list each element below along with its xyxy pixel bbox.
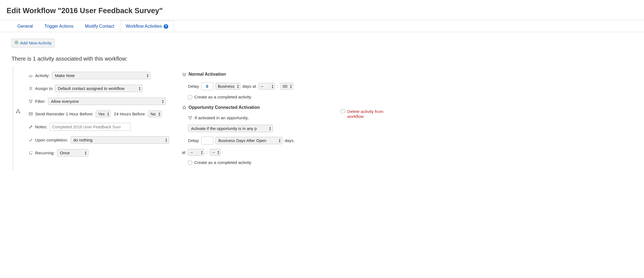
opp-minute-value: --: [212, 150, 215, 155]
add-new-activity-label: Add New Activity: [20, 41, 52, 46]
chevron-updown-icon: ▴▾: [85, 151, 86, 155]
opp-completed-checkbox[interactable]: [188, 161, 192, 165]
filter-select[interactable]: Allow everyone ▴▾: [48, 98, 166, 105]
assign-to-label: Assign to: [35, 86, 53, 91]
activity-tree-handle: [13, 71, 23, 114]
notes-label: Notes:: [35, 124, 47, 129]
normal-hour-value: --: [261, 84, 264, 89]
filter-icon: [29, 99, 33, 104]
opp-colon: :: [206, 150, 207, 155]
reminder-1hr-select[interactable]: Yes ▴▾: [96, 110, 110, 117]
alarm-icon: [182, 72, 186, 76]
normal-hour-select[interactable]: -- ▴▾: [258, 83, 275, 90]
checkmark-icon: [29, 138, 33, 142]
activity-count-text: There is 1 activity associated with this…: [12, 56, 637, 62]
chevron-updown-icon: ▴▾: [279, 138, 280, 143]
normal-activation-header: Normal Activation: [182, 72, 335, 77]
person-icon: [29, 86, 33, 91]
notes-input[interactable]: [50, 123, 130, 131]
tab-modify-contact[interactable]: Modify Contact: [79, 21, 120, 32]
activity-icon: [29, 73, 33, 78]
normal-daytype-value: Business: [218, 84, 235, 89]
tree-icon: [16, 109, 20, 114]
chevron-updown-icon: ▴▾: [218, 150, 219, 155]
activity-right-column: Normal Activation Delay Business ▴▾ days…: [182, 71, 335, 165]
pencil-icon: [29, 125, 33, 129]
opp-days-after-select[interactable]: Business Days After Open ▴▾: [215, 137, 283, 144]
normal-days-at-label: days at: [243, 84, 256, 89]
recurring-icon: [29, 151, 33, 155]
normal-completed-label: Create as a completed activity: [194, 95, 251, 100]
add-icon: [15, 41, 18, 46]
add-new-activity-button[interactable]: Add New Activity: [12, 39, 55, 47]
activity-select-value: Make Note: [55, 73, 75, 78]
delete-activity-link[interactable]: Delete activity from workflow: [341, 109, 390, 119]
tab-workflow-activities[interactable]: Workflow Activities ?: [120, 21, 174, 32]
reminder-1hr-label: Send Reminder 1 Hour Before:: [35, 112, 93, 117]
opp-at-word: at: [182, 150, 186, 155]
reminder-1hr-value: Yes: [98, 112, 105, 116]
opportunity-activation-header: Opportunity Connected Activation: [182, 105, 335, 110]
assign-to-select[interactable]: Default contact assigned to workflow ▴▾: [55, 85, 143, 92]
star-icon: [182, 105, 186, 110]
opportunity-activation-title: Opportunity Connected Activation: [189, 105, 260, 110]
opp-hour-value: --: [190, 150, 193, 155]
delete-column: Delete activity from workflow: [341, 71, 390, 119]
svg-rect-5: [29, 113, 32, 115]
opp-delay-input[interactable]: [201, 137, 213, 144]
svg-rect-2: [16, 112, 17, 113]
tabs: General Trigger Actions Modify Contact W…: [7, 21, 637, 32]
chevron-updown-icon: ▴▾: [139, 86, 140, 91]
chevron-updown-icon: ▴▾: [166, 138, 167, 142]
assign-to-value: Default contact assigned to workflow: [58, 86, 124, 91]
divider-top: [0, 20, 644, 20]
normal-activation-title: Normal Activation: [189, 72, 226, 77]
mail-icon: [29, 112, 33, 116]
normal-delay-input[interactable]: [201, 82, 213, 90]
svg-rect-3: [19, 112, 20, 113]
opp-completed-label: Create as a completed activity: [194, 160, 251, 165]
upon-completion-select[interactable]: do nothing ▴▾: [70, 136, 169, 144]
reminder-24hr-label: 24 Hours Before:: [114, 112, 146, 117]
normal-delay-label: Delay: [188, 84, 199, 89]
chevron-updown-icon: ▴▾: [269, 126, 270, 131]
opp-pipeline-select[interactable]: Activate if the opportunity is in any p …: [188, 125, 273, 132]
normal-colon: :: [277, 84, 278, 89]
opp-delay-label: Delay: [188, 138, 199, 143]
filter-icon: [188, 116, 192, 120]
tab-general[interactable]: General: [12, 21, 39, 32]
chevron-updown-icon: ▴▾: [147, 73, 148, 78]
opp-hour-select[interactable]: -- ▴▾: [188, 149, 204, 156]
normal-minute-value: 00: [283, 84, 287, 89]
filter-label: Filter:: [35, 99, 46, 104]
reminder-24hr-select[interactable]: No ▴▾: [148, 110, 161, 117]
chevron-updown-icon: ▴▾: [272, 84, 273, 89]
chevron-updown-icon: ▴▾: [107, 112, 109, 116]
activity-card: Activity: Make Note ▴▾ Assign to Default…: [13, 66, 637, 170]
tabs-underline: [0, 32, 644, 32]
chevron-updown-icon: ▴▾: [159, 112, 160, 116]
normal-daytype-select[interactable]: Business ▴▾: [215, 83, 240, 90]
recurring-label: Recurring:: [35, 151, 55, 155]
normal-completed-checkbox[interactable]: [188, 95, 192, 99]
help-icon[interactable]: ?: [164, 24, 168, 29]
chevron-updown-icon: ▴▾: [237, 84, 238, 89]
recurring-value: Once: [60, 151, 70, 155]
reminder-24hr-value: No: [150, 112, 156, 116]
delete-activity-checkbox[interactable]: [341, 109, 345, 113]
activity-label: Activity:: [35, 73, 50, 78]
tab-workflow-activities-label: Workflow Activities: [126, 24, 162, 29]
activity-select[interactable]: Make Note ▴▾: [52, 72, 150, 79]
upon-completion-label: Upon completion:: [35, 138, 68, 143]
opp-days-word: days: [285, 138, 294, 143]
svg-point-4: [30, 87, 32, 88]
opp-if-activated-label: If activated in an opportunity,: [195, 115, 249, 120]
normal-minute-select[interactable]: 00 ▴▾: [280, 83, 293, 90]
chevron-updown-icon: ▴▾: [201, 150, 202, 155]
tab-trigger-actions[interactable]: Trigger Actions: [39, 21, 79, 32]
svg-rect-1: [18, 109, 19, 110]
opp-days-after-value: Business Days After Open: [218, 138, 266, 143]
recurring-select[interactable]: Once ▴▾: [57, 149, 89, 157]
opp-minute-select[interactable]: -- ▴▾: [210, 149, 221, 156]
page-title: Edit Workflow "2016 User Feedback Survey…: [7, 7, 637, 15]
